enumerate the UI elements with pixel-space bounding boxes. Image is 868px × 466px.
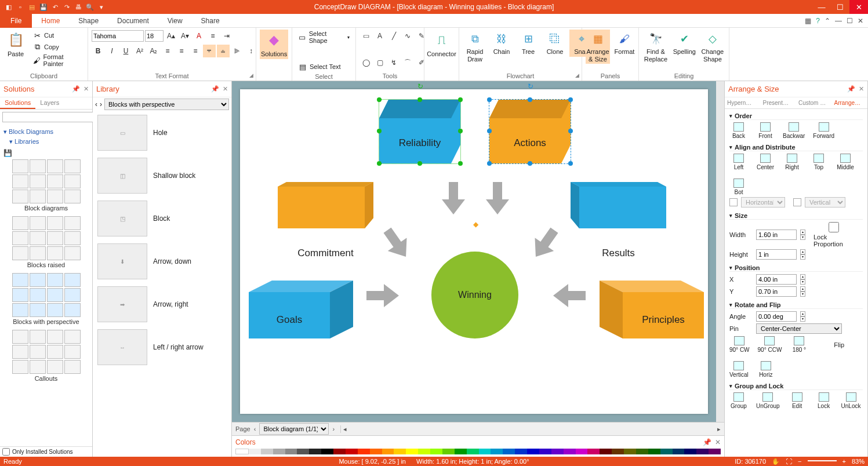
italic-icon[interactable]: I xyxy=(106,45,118,57)
color-swatches[interactable] xyxy=(232,449,724,457)
pos-y-input[interactable] xyxy=(756,286,797,297)
edit-button[interactable]: Edit xyxy=(788,392,807,409)
align-left-icon[interactable]: ≡ xyxy=(161,45,174,57)
lib-item-block[interactable]: ◳Block xyxy=(93,197,231,240)
mdi-max-icon[interactable]: ☐ xyxy=(847,17,853,25)
qat-new-icon[interactable]: ▫ xyxy=(16,3,24,11)
select-text-button[interactable]: ▤Select Text xyxy=(296,61,343,72)
pin-select[interactable]: Center-Center xyxy=(756,323,842,334)
rot-90cw-button[interactable]: 90° CW xyxy=(729,336,750,353)
status-pan-icon[interactable]: ✋ xyxy=(772,458,780,465)
height-input[interactable] xyxy=(756,249,797,260)
page-prev-icon[interactable]: ‹ xyxy=(254,425,256,432)
ribbon-min-icon[interactable]: ⌃ xyxy=(825,17,830,25)
order-heading[interactable]: Order xyxy=(729,112,863,120)
font-color-icon[interactable]: A xyxy=(193,30,205,42)
spelling-button[interactable]: ✔Spelling xyxy=(671,30,698,57)
align-heading[interactable]: Align and Distribute xyxy=(729,144,863,151)
tab-shape[interactable]: Shape xyxy=(69,14,108,28)
status-fit-icon[interactable]: ⛶ xyxy=(786,458,792,465)
panel-close-icon[interactable]: ✕ xyxy=(715,438,721,446)
save-lib-icon[interactable]: 💾 xyxy=(3,149,12,157)
panel-close-icon[interactable]: ✕ xyxy=(859,85,864,93)
qat-save-icon[interactable]: 💾 xyxy=(39,3,48,11)
tool-rect-icon[interactable]: ▭ xyxy=(359,30,372,42)
tab-custom[interactable]: Custom … xyxy=(796,97,832,108)
tool-connector-icon[interactable]: ↯ xyxy=(387,56,400,69)
underline-icon[interactable]: U xyxy=(119,45,132,57)
rotate-handle-icon[interactable]: ↻ xyxy=(417,82,423,90)
increase-font-icon[interactable]: A▴ xyxy=(165,30,177,42)
library-category-select[interactable]: Blocks with perspective xyxy=(104,99,229,110)
rotate-heading[interactable]: Rotate and Flip xyxy=(729,301,863,309)
tree-libraries[interactable]: ▾ Libraries xyxy=(3,137,89,147)
align-center-button[interactable]: Center xyxy=(756,154,775,170)
subscript-icon[interactable]: A₂ xyxy=(147,45,160,57)
copy-button[interactable]: ⧉Copy xyxy=(30,41,84,53)
qat-dropdown-icon[interactable]: ▾ xyxy=(97,3,106,11)
bullets-icon[interactable]: ≡ xyxy=(206,30,219,42)
mdi-close-icon[interactable]: ✕ xyxy=(858,17,863,25)
qat-open-icon[interactable]: ▤ xyxy=(28,3,36,11)
valign-mid-icon[interactable]: ⫨ xyxy=(217,45,230,57)
shape-winning[interactable]: Winning xyxy=(431,252,518,338)
decrease-font-icon[interactable]: A▾ xyxy=(179,30,191,42)
align-middle-button[interactable]: Middle xyxy=(836,154,855,170)
diagram-page[interactable]: Reliability Actions ↻ ↻ xyxy=(240,89,708,414)
cut-button[interactable]: ✂Cut xyxy=(30,30,84,41)
page-select[interactable]: Block diagram (1/1) xyxy=(259,423,329,435)
qat-redo-icon[interactable]: ↷ xyxy=(63,3,71,11)
tool-line-icon[interactable]: ╱ xyxy=(387,30,400,42)
pos-x-input[interactable] xyxy=(756,274,797,285)
distribute-horizontal-select[interactable]: Horizontal xyxy=(741,197,785,207)
chain-button[interactable]: ⛓Chain xyxy=(489,30,514,57)
clone-button[interactable]: ⿻Clone xyxy=(543,30,567,57)
line-spacing-icon[interactable]: ↕ xyxy=(245,45,257,57)
lock-button[interactable]: Lock xyxy=(815,392,833,409)
group-button[interactable]: Group xyxy=(729,392,748,409)
valign-bot-icon[interactable]: ⫸ xyxy=(231,45,244,57)
format-painter-button[interactable]: 🖌Format Painter xyxy=(30,53,84,68)
shape-commitment[interactable]: Commitment xyxy=(278,182,373,228)
select-shape-button[interactable]: ▭Select Shape▾ xyxy=(296,30,352,45)
libset-blocks-raised[interactable]: Blocks raised xyxy=(2,216,90,268)
flip-vertical-button[interactable]: Vertical xyxy=(729,361,749,378)
only-installed-checkbox[interactable] xyxy=(2,448,10,456)
tool-arc-icon[interactable]: ⌒ xyxy=(401,56,414,69)
order-backward-button[interactable]: Backwar xyxy=(783,122,805,139)
layers-tab[interactable]: Layers xyxy=(35,97,64,109)
tree-block-diagrams[interactable]: ▾ Block Diagrams xyxy=(3,127,89,137)
align-bot-button[interactable]: Bot xyxy=(729,179,748,195)
lib-item-arrow-right[interactable]: ➡Arrow, right xyxy=(93,283,231,326)
tree-button[interactable]: ⊞Tree xyxy=(516,30,540,57)
maximize-button[interactable]: ☐ xyxy=(831,0,849,14)
order-front-button[interactable]: Front xyxy=(756,122,775,139)
zoom-slider[interactable] xyxy=(808,460,837,461)
flip-horiz-button[interactable]: Horiz xyxy=(757,361,775,378)
shape-results[interactable]: Results xyxy=(571,182,666,228)
width-input[interactable] xyxy=(756,230,797,240)
shape-actions[interactable]: Actions xyxy=(489,100,571,163)
file-menu[interactable]: File xyxy=(0,14,32,28)
zoom-out-icon[interactable]: − xyxy=(798,458,801,465)
panel-close-icon[interactable]: ✕ xyxy=(83,85,89,93)
tab-presentation[interactable]: Present… xyxy=(761,97,797,108)
rotation-diamond-icon[interactable]: ◆ xyxy=(473,220,478,228)
order-forward-button[interactable]: Forward xyxy=(813,122,834,139)
hscroll-right-icon[interactable]: ▸ xyxy=(717,425,721,433)
font-size-combo[interactable] xyxy=(145,30,164,42)
align-center-icon[interactable]: ≡ xyxy=(175,45,188,57)
align-right-icon[interactable]: ≡ xyxy=(189,45,202,57)
qat-print-icon[interactable]: 🖶 xyxy=(74,3,82,11)
zoom-in-icon[interactable]: + xyxy=(842,458,846,465)
solutions-search-input[interactable] xyxy=(2,112,101,122)
lib-prev-icon[interactable]: ‹ xyxy=(95,100,97,108)
superscript-icon[interactable]: A² xyxy=(133,45,146,57)
shape-goals[interactable]: Goals xyxy=(249,281,353,338)
distribute-vertical-select[interactable]: Vertical xyxy=(805,197,845,207)
tab-document[interactable]: Document xyxy=(108,14,158,28)
tab-share[interactable]: Share xyxy=(192,14,229,28)
rapid-draw-button[interactable]: ⧉Rapid Draw xyxy=(463,30,487,64)
minimize-button[interactable]: — xyxy=(812,0,831,14)
flowchart-launcher-icon[interactable]: ◢ xyxy=(575,72,579,78)
